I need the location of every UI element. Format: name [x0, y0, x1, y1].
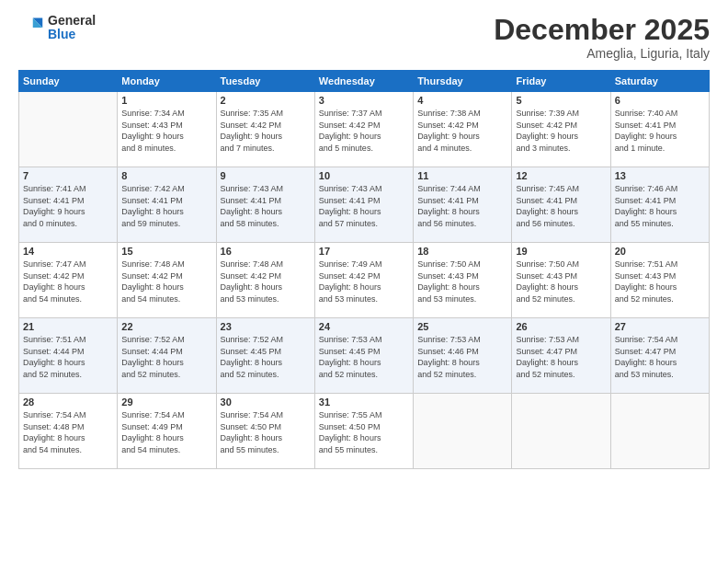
table-cell: 28Sunrise: 7:54 AM Sunset: 4:48 PM Dayli…: [19, 394, 118, 469]
day-number: 26: [516, 321, 606, 332]
day-number: 2: [221, 95, 311, 106]
table-cell: 29Sunrise: 7:54 AM Sunset: 4:49 PM Dayli…: [118, 394, 216, 469]
day-info: Sunrise: 7:54 AM Sunset: 4:49 PM Dayligh…: [121, 409, 211, 455]
table-cell: 20Sunrise: 7:51 AM Sunset: 4:43 PM Dayli…: [610, 243, 709, 318]
day-number: 30: [221, 396, 311, 408]
day-number: 14: [23, 246, 113, 257]
table-cell: [414, 394, 512, 469]
col-tuesday: Tuesday: [216, 71, 314, 92]
day-number: 16: [221, 246, 311, 257]
table-cell: 4Sunrise: 7:38 AM Sunset: 4:42 PM Daylig…: [414, 92, 512, 167]
day-number: 31: [319, 396, 409, 408]
table-cell: 11Sunrise: 7:44 AM Sunset: 4:41 PM Dayli…: [414, 167, 512, 243]
day-info: Sunrise: 7:53 AM Sunset: 4:45 PM Dayligh…: [319, 334, 409, 380]
day-number: 19: [516, 246, 606, 257]
day-number: 3: [319, 95, 409, 106]
table-cell: 7Sunrise: 7:41 AM Sunset: 4:41 PM Daylig…: [19, 167, 118, 243]
col-thursday: Thursday: [414, 71, 512, 92]
day-number: 18: [417, 246, 507, 257]
title-block: December 2025 Ameglia, Liguria, Italy: [494, 14, 710, 61]
table-cell: 1Sunrise: 7:34 AM Sunset: 4:43 PM Daylig…: [118, 92, 216, 167]
table-cell: 24Sunrise: 7:53 AM Sunset: 4:45 PM Dayli…: [314, 318, 413, 394]
table-cell: 16Sunrise: 7:48 AM Sunset: 4:42 PM Dayli…: [216, 243, 314, 318]
day-info: Sunrise: 7:54 AM Sunset: 4:48 PM Dayligh…: [23, 409, 113, 455]
day-number: 29: [121, 396, 211, 408]
week-row-4: 21Sunrise: 7:51 AM Sunset: 4:44 PM Dayli…: [19, 318, 710, 394]
day-number: 22: [121, 321, 211, 332]
table-cell: 15Sunrise: 7:48 AM Sunset: 4:42 PM Dayli…: [118, 243, 216, 318]
day-number: 25: [417, 321, 507, 332]
location: Ameglia, Liguria, Italy: [494, 46, 710, 61]
table-cell: 10Sunrise: 7:43 AM Sunset: 4:41 PM Dayli…: [314, 167, 413, 243]
table-cell: 26Sunrise: 7:53 AM Sunset: 4:47 PM Dayli…: [512, 318, 610, 394]
day-number: 24: [319, 321, 409, 332]
day-info: Sunrise: 7:48 AM Sunset: 4:42 PM Dayligh…: [221, 259, 311, 304]
day-number: 6: [615, 95, 705, 106]
calendar-header-row: Sunday Monday Tuesday Wednesday Thursday…: [19, 71, 710, 92]
day-info: Sunrise: 7:52 AM Sunset: 4:44 PM Dayligh…: [121, 334, 211, 380]
day-info: Sunrise: 7:49 AM Sunset: 4:42 PM Dayligh…: [319, 259, 409, 304]
table-cell: 14Sunrise: 7:47 AM Sunset: 4:42 PM Dayli…: [19, 243, 118, 318]
day-number: 1: [121, 95, 211, 106]
table-cell: 13Sunrise: 7:46 AM Sunset: 4:41 PM Dayli…: [610, 167, 709, 243]
day-info: Sunrise: 7:48 AM Sunset: 4:42 PM Dayligh…: [121, 259, 211, 304]
table-cell: [512, 394, 610, 469]
calendar-table: Sunday Monday Tuesday Wednesday Thursday…: [18, 70, 710, 469]
day-number: 11: [417, 170, 507, 181]
day-info: Sunrise: 7:51 AM Sunset: 4:44 PM Dayligh…: [23, 334, 113, 380]
day-info: Sunrise: 7:38 AM Sunset: 4:42 PM Dayligh…: [417, 108, 507, 154]
logo-text: General Blue: [48, 14, 96, 42]
day-info: Sunrise: 7:37 AM Sunset: 4:42 PM Dayligh…: [319, 108, 409, 154]
day-number: 21: [23, 321, 113, 332]
table-cell: 2Sunrise: 7:35 AM Sunset: 4:42 PM Daylig…: [216, 92, 314, 167]
table-cell: 18Sunrise: 7:50 AM Sunset: 4:43 PM Dayli…: [414, 243, 512, 318]
table-cell: 17Sunrise: 7:49 AM Sunset: 4:42 PM Dayli…: [314, 243, 413, 318]
day-info: Sunrise: 7:50 AM Sunset: 4:43 PM Dayligh…: [516, 259, 606, 304]
day-info: Sunrise: 7:35 AM Sunset: 4:42 PM Dayligh…: [221, 108, 311, 154]
table-cell: 9Sunrise: 7:43 AM Sunset: 4:41 PM Daylig…: [216, 167, 314, 243]
day-info: Sunrise: 7:52 AM Sunset: 4:45 PM Dayligh…: [221, 334, 311, 380]
day-number: 15: [121, 246, 211, 257]
day-number: 17: [319, 246, 409, 257]
col-monday: Monday: [118, 71, 216, 92]
day-info: Sunrise: 7:54 AM Sunset: 4:50 PM Dayligh…: [221, 409, 311, 455]
table-cell: 12Sunrise: 7:45 AM Sunset: 4:41 PM Dayli…: [512, 167, 610, 243]
day-info: Sunrise: 7:54 AM Sunset: 4:47 PM Dayligh…: [615, 334, 705, 380]
day-info: Sunrise: 7:43 AM Sunset: 4:41 PM Dayligh…: [319, 183, 409, 229]
table-cell: 19Sunrise: 7:50 AM Sunset: 4:43 PM Dayli…: [512, 243, 610, 318]
week-row-2: 7Sunrise: 7:41 AM Sunset: 4:41 PM Daylig…: [19, 167, 710, 243]
day-info: Sunrise: 7:41 AM Sunset: 4:41 PM Dayligh…: [23, 183, 113, 229]
table-cell: 22Sunrise: 7:52 AM Sunset: 4:44 PM Dayli…: [118, 318, 216, 394]
day-number: 27: [615, 321, 705, 332]
day-number: 7: [23, 170, 113, 181]
day-number: 10: [319, 170, 409, 181]
day-info: Sunrise: 7:50 AM Sunset: 4:43 PM Dayligh…: [417, 259, 507, 304]
col-wednesday: Wednesday: [314, 71, 413, 92]
day-info: Sunrise: 7:39 AM Sunset: 4:42 PM Dayligh…: [516, 108, 606, 154]
col-saturday: Saturday: [610, 71, 709, 92]
month-title: December 2025: [494, 14, 710, 46]
day-info: Sunrise: 7:45 AM Sunset: 4:41 PM Dayligh…: [516, 183, 606, 229]
day-info: Sunrise: 7:46 AM Sunset: 4:41 PM Dayligh…: [615, 183, 705, 229]
day-number: 13: [615, 170, 705, 181]
table-cell: 30Sunrise: 7:54 AM Sunset: 4:50 PM Dayli…: [216, 394, 314, 469]
table-cell: 6Sunrise: 7:40 AM Sunset: 4:41 PM Daylig…: [610, 92, 709, 167]
col-sunday: Sunday: [19, 71, 118, 92]
day-number: 12: [516, 170, 606, 181]
table-cell: 25Sunrise: 7:53 AM Sunset: 4:46 PM Dayli…: [414, 318, 512, 394]
header: General Blue December 2025 Ameglia, Ligu…: [18, 14, 710, 61]
day-number: 28: [23, 396, 113, 408]
table-cell: [19, 92, 118, 167]
day-info: Sunrise: 7:40 AM Sunset: 4:41 PM Dayligh…: [615, 108, 705, 154]
table-cell: 5Sunrise: 7:39 AM Sunset: 4:42 PM Daylig…: [512, 92, 610, 167]
day-info: Sunrise: 7:42 AM Sunset: 4:41 PM Dayligh…: [121, 183, 211, 229]
table-cell: 8Sunrise: 7:42 AM Sunset: 4:41 PM Daylig…: [118, 167, 216, 243]
day-info: Sunrise: 7:51 AM Sunset: 4:43 PM Dayligh…: [615, 259, 705, 304]
logo-icon: [18, 15, 44, 40]
day-info: Sunrise: 7:43 AM Sunset: 4:41 PM Dayligh…: [221, 183, 311, 229]
week-row-1: 1Sunrise: 7:34 AM Sunset: 4:43 PM Daylig…: [19, 92, 710, 167]
day-info: Sunrise: 7:44 AM Sunset: 4:41 PM Dayligh…: [417, 183, 507, 229]
table-cell: 31Sunrise: 7:55 AM Sunset: 4:50 PM Dayli…: [314, 394, 413, 469]
week-row-5: 28Sunrise: 7:54 AM Sunset: 4:48 PM Dayli…: [19, 394, 710, 469]
day-number: 23: [221, 321, 311, 332]
